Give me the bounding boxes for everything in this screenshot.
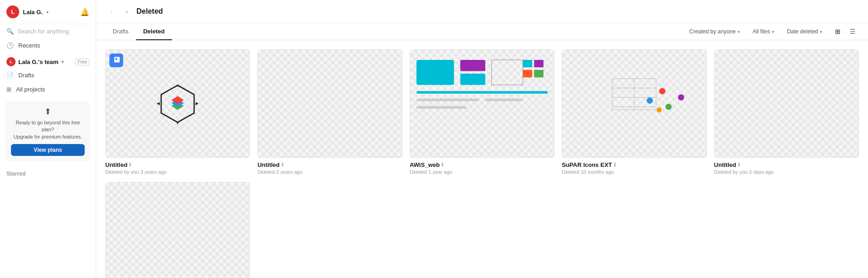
all-projects-label: All projects (16, 86, 45, 93)
info-icon[interactable]: ℹ (738, 162, 740, 168)
back-button[interactable]: ‹ (105, 5, 117, 17)
free-badge: Free (75, 59, 89, 65)
user-name: Lala G. (23, 9, 43, 16)
svg-rect-8 (416, 60, 454, 85)
file-card[interactable]: SuPAR Icons EXT ℹ Deleted 10 months ago (562, 49, 706, 175)
svg-point-25 (647, 97, 653, 104)
sidebar-item-recents[interactable]: 🕐 Recents (0, 38, 96, 53)
svg-point-28 (678, 94, 684, 101)
svg-point-27 (666, 104, 672, 110)
list-view-button[interactable]: ☰ (846, 25, 859, 38)
top-bar: ‹ › Deleted (96, 0, 868, 23)
team-section: L Lala G.'s team ▾ Free (0, 53, 96, 68)
page-title: Deleted (136, 7, 163, 16)
file-name: SuPAR Icons EXT ℹ (562, 161, 706, 168)
svg-rect-13 (416, 99, 479, 101)
file-type-badge (109, 53, 123, 67)
tab-deleted[interactable]: Deleted (136, 23, 172, 40)
svg-rect-14 (485, 99, 523, 101)
notification-bell-icon[interactable]: 🔔 (80, 8, 89, 16)
svg-rect-15 (416, 106, 466, 108)
file-meta: Untitled ℹ Deleted 2 years ago (257, 161, 402, 175)
svg-text:▶: ▶ (195, 101, 198, 105)
file-card[interactable]: Untitled ℹ Deleted by you 3 days ago (714, 49, 859, 175)
file-thumbnail (410, 49, 554, 158)
file-name: AWiS_web ℹ (410, 161, 554, 168)
file-name: Untitled ℹ (257, 161, 402, 168)
tab-actions: Created by anyone ▾ All files ▾ Date del… (686, 25, 859, 38)
file-thumbnail (105, 182, 250, 278)
created-by-filter[interactable]: Created by anyone ▾ (686, 27, 743, 37)
svg-rect-12 (416, 91, 548, 93)
grid-icon: ⊞ (6, 86, 11, 93)
upgrade-box: ⬆ Ready to go beyond this free plan? Upg… (5, 101, 90, 161)
file-thumbnail: ▲ ▼ ▶ ◀ (105, 49, 250, 158)
file-card[interactable]: AWiS_web ℹ Deleted 1 year ago (410, 49, 554, 175)
user-menu[interactable]: L Lala G. ▾ (6, 5, 49, 18)
svg-rect-9 (460, 60, 485, 71)
file-card[interactable]: ▲ ▼ ▶ ◀ Untitled (105, 49, 250, 175)
file-thumbnail (257, 49, 402, 158)
info-icon[interactable]: ℹ (614, 162, 616, 168)
team-avatar: L (6, 57, 16, 66)
forward-button[interactable]: › (121, 5, 133, 17)
sidebar-item-drafts[interactable]: 📄 Drafts (0, 68, 96, 82)
sidebar-item-all-projects[interactable]: ⊞ All projects (0, 82, 96, 96)
file-meta: AWiS_web ℹ Deleted 1 year ago (410, 161, 554, 175)
clock-icon: 🕐 (6, 42, 14, 49)
all-files-filter[interactable]: All files ▾ (749, 27, 778, 37)
svg-point-29 (657, 107, 662, 112)
team-name: Lala G.'s team (18, 59, 59, 65)
info-icon[interactable]: ℹ (129, 162, 131, 168)
info-icon[interactable]: ℹ (282, 162, 283, 168)
view-plans-button[interactable]: View plans (11, 144, 85, 156)
search-placeholder: Search for anything (17, 28, 69, 35)
file-name: Untitled ℹ (714, 161, 859, 168)
svg-rect-17 (534, 60, 543, 67)
team-chevron-icon: ▾ (61, 59, 64, 64)
svg-rect-10 (460, 74, 485, 85)
svg-point-26 (659, 88, 666, 94)
svg-rect-18 (523, 70, 532, 77)
svg-rect-11 (491, 60, 522, 85)
file-name: Untitled ℹ (105, 161, 250, 168)
all-files-chevron-icon: ▾ (772, 29, 774, 34)
file-date: Deleted 2 years ago (257, 169, 402, 175)
file-card[interactable]: Untitled ℹ Deleted 2 years ago (257, 49, 402, 175)
tab-drafts[interactable]: Drafts (105, 23, 136, 40)
user-avatar: L (6, 5, 19, 18)
file-card[interactable]: Untitled Deleted by you 3 days ago (105, 182, 250, 278)
file-meta: Untitled ℹ Deleted by you 3 days ago (714, 161, 859, 175)
file-date: Deleted 10 months ago (562, 169, 706, 175)
search-bar[interactable]: 🔍 Search for anything (0, 24, 96, 38)
tabs: Drafts Deleted (105, 23, 172, 40)
created-by-chevron-icon: ▾ (738, 29, 740, 34)
file-date: Deleted by you 3 years ago (105, 169, 250, 175)
date-deleted-chevron-icon: ▾ (820, 29, 822, 34)
team-menu[interactable]: L Lala G.'s team ▾ (6, 57, 64, 66)
tab-bar: Drafts Deleted Created by anyone ▾ All f… (96, 23, 868, 40)
file-thumbnail (562, 49, 706, 158)
file-thumbnail (714, 49, 859, 158)
file-date: Deleted 1 year ago (410, 169, 554, 175)
view-buttons: ⊞ ☰ (831, 25, 859, 38)
grid-view-button[interactable]: ⊞ (831, 25, 844, 38)
drafts-label: Drafts (18, 72, 34, 79)
info-icon[interactable]: ℹ (441, 162, 443, 168)
files-content: ▲ ▼ ▶ ◀ Untitled (96, 40, 868, 278)
starred-section-label: Starred (0, 166, 96, 179)
file-meta: Untitled ℹ Deleted by you 3 years ago (105, 161, 250, 175)
drafts-icon: 📄 (6, 72, 14, 79)
sidebar-header: L Lala G. ▾ 🔔 (0, 0, 96, 24)
upgrade-icon: ⬆ (11, 107, 85, 117)
search-icon: 🔍 (6, 28, 14, 35)
svg-rect-16 (523, 60, 532, 67)
files-grid: ▲ ▼ ▶ ◀ Untitled (105, 49, 859, 278)
date-deleted-filter[interactable]: Date deleted ▾ (783, 27, 826, 37)
svg-text:◀: ◀ (157, 101, 160, 105)
svg-text:▼: ▼ (176, 121, 180, 124)
main-content: ‹ › Deleted Drafts Deleted Created by an… (96, 0, 868, 278)
recents-label: Recents (18, 42, 40, 49)
sidebar: L Lala G. ▾ 🔔 🔍 Search for anything 🕐 Re… (0, 0, 96, 278)
file-date: Deleted by you 3 days ago (714, 169, 859, 175)
